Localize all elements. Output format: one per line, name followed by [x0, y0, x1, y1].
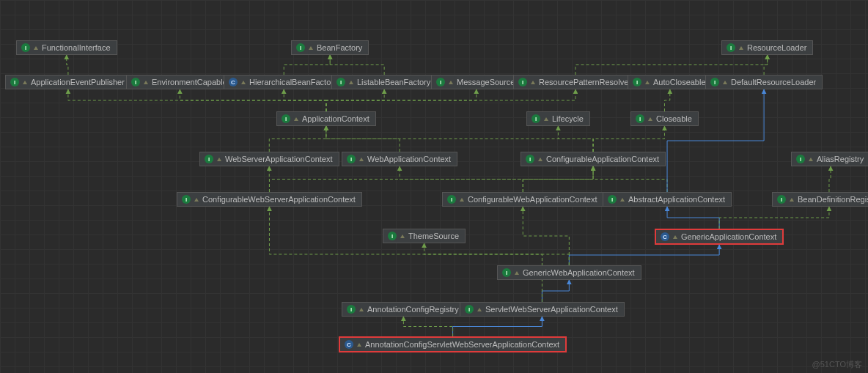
node-GenericApplicationContext[interactable]: CGenericApplicationContext: [655, 229, 784, 245]
inherit-arrow-icon: [294, 117, 298, 121]
node-AutoCloseable[interactable]: IAutoCloseable: [628, 75, 713, 89]
edge-WebApplicationContext-to-ApplicationContext: [326, 126, 400, 152]
interface-icon: I: [532, 114, 540, 123]
edge-BeanDefinitionRegistry-to-AliasRegistry: [829, 166, 831, 192]
node-ThemeSource[interactable]: IThemeSource: [383, 229, 466, 243]
node-label: AutoCloseable: [653, 78, 706, 86]
node-label: ServletWebServerApplicationContext: [485, 305, 618, 314]
node-label: ConfigurableWebServerApplicationContext: [202, 195, 356, 204]
inherit-arrow-icon: [309, 46, 313, 50]
node-label: BeanFactory: [317, 43, 362, 52]
node-ApplicationContext[interactable]: IApplicationContext: [276, 111, 376, 126]
inherit-arrow-icon: [531, 81, 535, 84]
interface-icon: I: [205, 155, 213, 163]
interface-icon: I: [710, 78, 719, 86]
edge-ConfigurableWebApplicationContext-to-WebApplicationContext: [400, 166, 523, 192]
node-label: AliasRegistry: [817, 155, 864, 163]
inherit-arrow-icon: [34, 46, 38, 50]
node-label: AbstractApplicationContext: [628, 195, 725, 204]
inherit-arrow-icon: [673, 235, 677, 239]
interface-icon: I: [447, 195, 456, 204]
interface-icon: I: [608, 195, 617, 204]
interface-icon: I: [777, 195, 786, 204]
node-ListableBeanFactory[interactable]: IListableBeanFactory: [331, 75, 437, 89]
interface-icon: I: [502, 268, 511, 277]
interface-icon: I: [347, 305, 356, 314]
node-BeanDefinitionRegistry[interactable]: IBeanDefinitionRegistry: [772, 192, 868, 207]
interface-icon: I: [796, 155, 805, 163]
node-label: ApplicationContext: [302, 114, 369, 123]
interface-icon: I: [182, 195, 191, 204]
interface-icon: I: [727, 43, 735, 52]
node-FunctionalInterface[interactable]: IFunctionalInterface: [16, 40, 117, 55]
inherit-arrow-icon: [23, 81, 27, 84]
edge-Closeable-to-AutoCloseable: [664, 89, 669, 111]
inherit-arrow-icon: [359, 158, 364, 161]
node-label: GenericApplicationContext: [681, 232, 776, 241]
node-MessageSource[interactable]: IMessageSource: [431, 75, 522, 89]
node-WebServerApplicationContext[interactable]: IWebServerApplicationContext: [199, 152, 339, 166]
inherit-arrow-icon: [544, 117, 548, 121]
inherit-arrow-icon: [809, 158, 813, 161]
node-label: EnvironmentCapable: [152, 78, 227, 86]
node-AnnotationConfigServletWebServerApplicationContext[interactable]: CAnnotationConfigServletWebServerApplica…: [339, 336, 567, 352]
node-label: WebServerApplicationContext: [225, 155, 333, 163]
edge-ConfigurableApplicationContext-to-Lifecycle: [558, 126, 593, 152]
inherit-arrow-icon: [739, 46, 743, 50]
edge-GenericApplicationContext-to-BeanDefinitionRegistry: [719, 207, 829, 229]
node-ApplicationEventPublisher[interactable]: IApplicationEventPublisher: [5, 75, 131, 89]
node-ConfigurableWebApplicationContext[interactable]: IConfigurableWebApplicationContext: [442, 192, 604, 207]
node-AbstractApplicationContext[interactable]: IAbstractApplicationContext: [603, 192, 732, 207]
edge-AnnotationConfigServletWebServerApplicationContext-to-ServletWebServerApplicationContext: [453, 317, 542, 336]
inherit-arrow-icon: [357, 343, 361, 347]
interface-icon: I: [526, 155, 534, 163]
node-HierarchicalBeanFactory[interactable]: CHierarchicalBeanFactory: [224, 75, 344, 89]
interface-icon: I: [10, 78, 19, 86]
node-GenericWebApplicationContext[interactable]: IGenericWebApplicationContext: [497, 265, 641, 280]
node-ConfigurableWebServerApplicationContext[interactable]: IConfigurableWebServerApplicationContext: [177, 192, 362, 207]
node-label: DefaultResourceLoader: [731, 78, 816, 86]
inherit-arrow-icon: [477, 308, 482, 311]
inherit-arrow-icon: [144, 81, 148, 84]
edge-GenericWebApplicationContext-to-ThemeSource: [424, 243, 570, 265]
edge-WebServerApplicationContext-to-ApplicationContext: [269, 126, 326, 152]
node-ResourcePatternResolver[interactable]: IResourcePatternResolver: [513, 75, 638, 89]
node-AliasRegistry[interactable]: IAliasRegistry: [791, 152, 868, 166]
interface-icon: I: [336, 78, 345, 86]
node-label: GenericWebApplicationContext: [523, 268, 635, 277]
interface-icon: I: [21, 43, 30, 52]
node-DefaultResourceLoader[interactable]: IDefaultResourceLoader: [705, 75, 823, 89]
node-ConfigurableApplicationContext[interactable]: IConfigurableApplicationContext: [521, 152, 666, 166]
interface-icon: I: [388, 232, 397, 240]
node-AnnotationConfigRegistry[interactable]: IAnnotationConfigRegistry: [342, 302, 466, 317]
node-label: ApplicationEventPublisher: [31, 78, 125, 86]
edge-ApplicationContext-to-ResourcePatternResolver: [326, 89, 575, 111]
edge-AbstractApplicationContext-to-ConfigurableApplicationContext: [593, 166, 667, 192]
edge-ServletWebServerApplicationContext-to-GenericWebApplicationContext: [542, 280, 569, 302]
interface-icon: I: [633, 78, 641, 86]
edge-AbstractApplicationContext-to-DefaultResourceLoader: [667, 89, 764, 192]
node-WebApplicationContext[interactable]: IWebApplicationContext: [342, 152, 457, 166]
edge-ConfigurableApplicationContext-to-Closeable: [593, 126, 664, 152]
node-Lifecycle[interactable]: ILifecycle: [526, 111, 590, 126]
class-icon: C: [661, 232, 669, 241]
edge-ConfigurableWebServerApplicationContext-to-ConfigurableApplicationContext: [269, 166, 593, 192]
edge-ConfigurableApplicationContext-to-ApplicationContext: [326, 126, 593, 152]
node-BeanFactory[interactable]: IBeanFactory: [291, 40, 369, 55]
interface-icon: I: [636, 114, 644, 123]
interface-icon: I: [296, 43, 305, 52]
inherit-arrow-icon: [217, 158, 221, 161]
node-label: ResourceLoader: [747, 43, 806, 52]
edge-ApplicationContext-to-ListableBeanFactory: [326, 89, 384, 111]
node-label: BeanDefinitionRegistry: [798, 195, 868, 204]
inherit-arrow-icon: [359, 308, 364, 311]
node-Closeable[interactable]: ICloseable: [630, 111, 699, 126]
node-ServletWebServerApplicationContext[interactable]: IServletWebServerApplicationContext: [460, 302, 625, 317]
edge-ApplicationContext-to-EnvironmentCapable: [180, 89, 326, 111]
node-ResourceLoader[interactable]: IResourceLoader: [721, 40, 813, 55]
edge-ApplicationContext-to-MessageSource: [326, 89, 477, 111]
node-EnvironmentCapable[interactable]: IEnvironmentCapable: [126, 75, 234, 89]
inherit-arrow-icon: [538, 158, 542, 161]
edge-DefaultResourceLoader-to-ResourceLoader: [764, 55, 768, 75]
node-label: FunctionalInterface: [42, 43, 111, 52]
